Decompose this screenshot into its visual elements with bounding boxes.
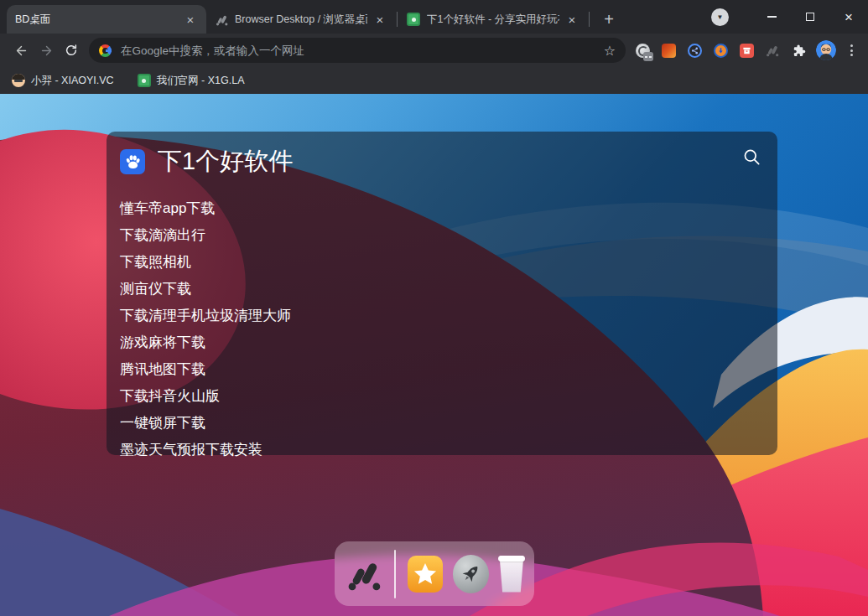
dock-favorites-icon[interactable] [408, 556, 442, 593]
tab-divider [589, 12, 590, 27]
extension-area [632, 40, 860, 60]
download-link[interactable]: 下载滴滴出行 [120, 222, 205, 249]
desktop: 下1个好软件 懂车帝app下载 下载滴滴出行 下载照相机 测亩仪下载 下载清理手… [0, 94, 868, 616]
tab-title: Browser Desktop / 浏览器桌面 [235, 13, 367, 27]
bookmark-star-icon[interactable]: ☆ [604, 43, 616, 59]
address-bar[interactable]: ☆ [89, 38, 626, 63]
dock-divider [394, 550, 396, 598]
back-icon[interactable] [8, 38, 34, 63]
bookmark-xiaoyi[interactable]: 小羿 - XIAOYI.VC [12, 74, 114, 88]
xia1ge-favicon [407, 13, 420, 26]
google-icon [99, 44, 112, 57]
tab-close-icon[interactable]: × [564, 12, 580, 27]
download-link[interactable]: 游戏麻将下载 [120, 329, 205, 356]
browser-desktop-favicon [215, 13, 228, 26]
close-button[interactable]: × [829, 0, 868, 34]
tab-title: 下1个好软件 - 分享实用好玩有趣 [427, 13, 559, 27]
panel-header: 下1个好软件 [107, 132, 777, 179]
dock-trash-icon[interactable] [499, 556, 524, 593]
download-link[interactable]: 下载照相机 [120, 249, 191, 276]
url-input[interactable] [121, 44, 597, 57]
profile-avatar[interactable] [816, 40, 836, 60]
forward-icon[interactable] [34, 38, 59, 63]
tab-xia1ge[interactable]: 下1个好软件 - 分享实用好玩有趣 × [398, 5, 588, 34]
xiaoyi-favicon [12, 74, 25, 87]
dock-browser-desktop-icon[interactable] [345, 554, 382, 594]
bookmarks-bar: 小羿 - XIAOYI.VC 我们官网 - X1G.LA [0, 67, 868, 94]
bookmark-x1g[interactable]: 我们官网 - X1G.LA [138, 74, 245, 88]
tab-search-icon[interactable]: ▼ [711, 8, 729, 26]
x1g-favicon [138, 74, 151, 87]
tab-title: BD桌面 [15, 13, 178, 27]
trash-rim [498, 556, 525, 562]
maximize-button[interactable] [791, 0, 829, 34]
tab-strip: BD桌面 × Browser Desktop / 浏览器桌面 × 下1个好软件 … [0, 0, 868, 34]
share-extension-icon[interactable] [686, 42, 703, 59]
download-link[interactable]: 下载抖音火山版 [120, 383, 220, 410]
download-link[interactable]: 测亩仪下载 [120, 276, 191, 303]
baidu-paw-icon [120, 149, 145, 174]
browser-desktop-extension-icon[interactable] [764, 42, 781, 59]
toolbar: ☆ [0, 34, 868, 67]
panel-title: 下1个好软件 [158, 145, 293, 179]
download-link[interactable]: 腾讯地图下载 [120, 356, 205, 383]
new-tab-button[interactable]: + [597, 8, 621, 31]
download-link[interactable]: 一键锁屏下载 [120, 410, 205, 437]
dock [335, 541, 534, 606]
office-extension-icon[interactable] [660, 42, 677, 59]
download-link[interactable]: 墨迹天气预报下载安装 [120, 437, 262, 463]
software-panel: 下1个好软件 懂车帝app下载 下载滴滴出行 下载照相机 测亩仪下载 下载清理手… [107, 132, 777, 455]
tab-close-icon[interactable]: × [372, 12, 387, 27]
download-link[interactable]: 懂车帝app下载 [120, 195, 215, 222]
browser-menu-icon[interactable] [845, 44, 858, 56]
search-icon[interactable] [741, 146, 762, 168]
tab-browser-desktop[interactable]: Browser Desktop / 浏览器桌面 × [206, 5, 396, 34]
dock-launchpad-icon[interactable] [453, 555, 489, 593]
tab-bd-desktop[interactable]: BD桌面 × [7, 5, 206, 34]
tab-close-icon[interactable]: × [183, 12, 198, 27]
archive-extension-icon[interactable] [738, 42, 755, 59]
download-link[interactable]: 下载清理手机垃圾清理大师 [120, 303, 291, 329]
download-manager-icon[interactable] [712, 42, 729, 59]
tab-divider [397, 12, 398, 27]
download-link-list: 懂车帝app下载 下载滴滴出行 下载照相机 测亩仪下载 下载清理手机垃圾清理大师… [120, 195, 777, 463]
userscript-manager-icon[interactable] [634, 42, 651, 59]
bookmark-label: 小羿 - XIAOYI.VC [31, 74, 114, 88]
window-controls: ▼ × [711, 0, 868, 34]
minimize-button[interactable] [752, 0, 791, 34]
extensions-puzzle-icon[interactable] [790, 42, 807, 59]
reload-icon[interactable] [59, 38, 84, 63]
bookmark-label: 我们官网 - X1G.LA [157, 74, 245, 88]
